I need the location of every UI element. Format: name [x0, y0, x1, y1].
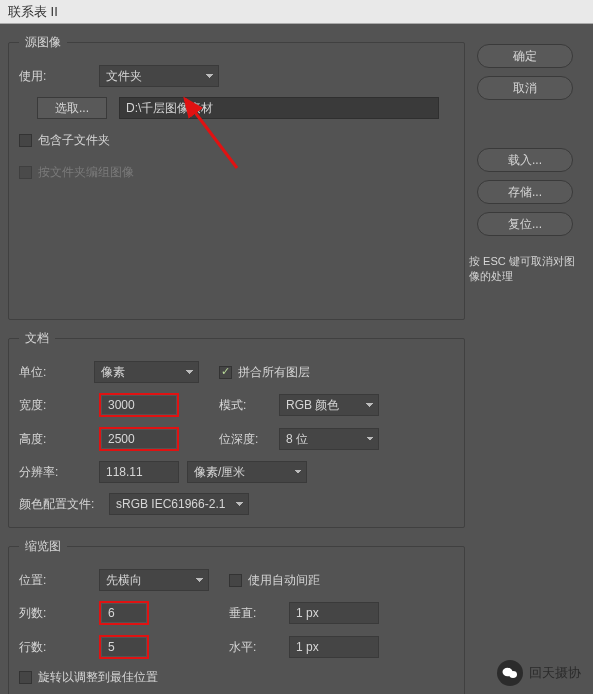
thumb-legend: 缩览图: [19, 538, 67, 555]
load-button[interactable]: 载入...: [477, 148, 573, 172]
include-sub-checkbox[interactable]: 包含子文件夹: [19, 132, 110, 149]
auto-gap-label: 使用自动间距: [248, 572, 320, 589]
esc-hint: 按 ESC 键可取消对图像的处理: [465, 254, 585, 285]
include-sub-label: 包含子文件夹: [38, 132, 110, 149]
choose-button[interactable]: 选取...: [37, 97, 107, 119]
unit-select[interactable]: 像素: [94, 361, 199, 383]
save-button[interactable]: 存储...: [477, 180, 573, 204]
path-display: D:\千层图像素材: [119, 97, 439, 119]
group-by-folder-checkbox: 按文件夹编组图像: [19, 164, 134, 181]
source-group: 源图像 使用: 文件夹 选取... D:\千层图像素材 包含子文件夹: [8, 34, 465, 320]
width-label: 宽度:: [19, 397, 99, 414]
rows-input[interactable]: [102, 638, 146, 656]
horiz-label: 水平:: [229, 639, 289, 656]
place-select[interactable]: 先横向: [99, 569, 209, 591]
profile-label: 颜色配置文件:: [19, 496, 109, 513]
height-input[interactable]: [102, 430, 176, 448]
rotate-label: 旋转以调整到最佳位置: [38, 669, 158, 686]
depth-label: 位深度:: [219, 431, 279, 448]
window-title: 联系表 II: [0, 0, 593, 24]
rotate-checkbox[interactable]: 旋转以调整到最佳位置: [19, 669, 158, 686]
watermark-text: 回天摄协: [529, 664, 581, 682]
flatten-checkbox[interactable]: 拼合所有图层: [219, 364, 310, 381]
res-label: 分辨率:: [19, 464, 99, 481]
wechat-icon: [497, 660, 523, 686]
reset-button[interactable]: 复位...: [477, 212, 573, 236]
vert-input[interactable]: [289, 602, 379, 624]
cancel-button[interactable]: 取消: [477, 76, 573, 100]
res-input[interactable]: [99, 461, 179, 483]
rows-label: 行数:: [19, 639, 99, 656]
mode-label: 模式:: [219, 397, 279, 414]
depth-select[interactable]: 8 位: [279, 428, 379, 450]
res-unit-select[interactable]: 像素/厘米: [187, 461, 307, 483]
vert-label: 垂直:: [229, 605, 289, 622]
use-select[interactable]: 文件夹: [99, 65, 219, 87]
horiz-input[interactable]: [289, 636, 379, 658]
ok-button[interactable]: 确定: [477, 44, 573, 68]
source-legend: 源图像: [19, 34, 67, 51]
width-input[interactable]: [102, 396, 176, 414]
height-label: 高度:: [19, 431, 99, 448]
flatten-label: 拼合所有图层: [238, 364, 310, 381]
doc-group: 文档 单位: 像素 拼合所有图层 宽度: 模式:: [8, 330, 465, 528]
profile-select[interactable]: sRGB IEC61966-2.1: [109, 493, 249, 515]
mode-select[interactable]: RGB 颜色: [279, 394, 379, 416]
cols-label: 列数:: [19, 605, 99, 622]
place-label: 位置:: [19, 572, 99, 589]
doc-legend: 文档: [19, 330, 55, 347]
use-label: 使用:: [19, 68, 99, 85]
svg-point-2: [509, 671, 517, 678]
auto-gap-checkbox[interactable]: 使用自动间距: [229, 572, 320, 589]
unit-label: 单位:: [19, 364, 94, 381]
group-by-folder-label: 按文件夹编组图像: [38, 164, 134, 181]
watermark: 回天摄协: [497, 660, 581, 686]
cols-input[interactable]: [102, 604, 146, 622]
thumb-group: 缩览图 位置: 先横向 使用自动间距 列数: 垂直:: [8, 538, 465, 694]
